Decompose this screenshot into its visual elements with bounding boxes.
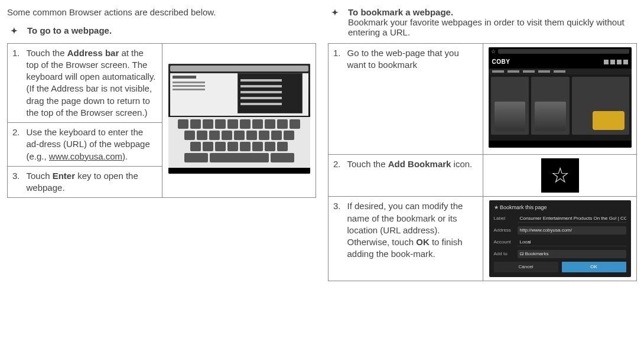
table-row: 1. Touch the Address bar at the top of t… xyxy=(8,43,316,123)
dialog-addto-value: Bookmarks xyxy=(518,250,626,258)
table-row: 3. If desired, you can modify the name o… xyxy=(328,197,637,281)
dialog-address-label: Address xyxy=(494,227,514,234)
intro-text: Some common Browser actions are describe… xyxy=(7,7,316,17)
dialog-label-value: Consumer Entertainment Products On the G… xyxy=(518,214,626,223)
step-number: 3. xyxy=(8,166,27,198)
right-subtext: Bookmark your favorite webpages in order… xyxy=(348,17,637,37)
step-number: 3. xyxy=(328,197,347,281)
right-screenshot-1-cell: ☆ COBY xyxy=(483,44,637,155)
dialog-address-value: http://www.cobyusa.com/ xyxy=(518,226,626,235)
step-text: Use the keyboard to enter the ad-dress (… xyxy=(27,123,162,167)
step-text: Touch Enter key to open the webpage. xyxy=(27,166,162,198)
coby-logo: COBY xyxy=(492,58,510,66)
coby-webpage-screenshot: ☆ COBY xyxy=(489,47,632,148)
dialog-label-label: Label xyxy=(494,216,514,222)
right-screenshot-2-cell: ☆ xyxy=(483,155,637,197)
left-column: Some common Browser actions are describe… xyxy=(7,7,316,281)
right-steps-table: 1. Go to the web-page that you want to b… xyxy=(328,43,637,281)
table-row: 2. Touch the Add Bookmark icon. ☆ xyxy=(328,155,637,197)
star-icon: ☆ xyxy=(491,48,496,55)
cross-icon: ✦ xyxy=(11,25,18,37)
left-screenshot-cell xyxy=(162,43,316,198)
dialog-cancel-button: Cancel xyxy=(494,262,558,272)
dialog-addto-label: Add to xyxy=(494,251,514,258)
table-row: 1. Go to the web-page that you want to b… xyxy=(328,44,637,155)
dialog-ok-button: OK xyxy=(562,262,626,272)
dialog-account-label: Account xyxy=(494,239,514,246)
browser-keyboard-screenshot xyxy=(168,64,310,174)
step-number: 2. xyxy=(328,155,347,197)
step-text: Go to the web-page that you want to book… xyxy=(347,44,483,155)
step-number: 1. xyxy=(8,43,27,123)
right-heading-text: To bookmark a webpage xyxy=(348,7,451,17)
right-screenshot-3-cell: Bookmark this page Label Consumer Entert… xyxy=(483,197,637,281)
left-section-heading: ✦ To go to a webpage. xyxy=(11,25,316,37)
left-heading-text: To go to a webpage. xyxy=(27,25,112,35)
dialog-title: Bookmark this page xyxy=(494,204,626,211)
right-section-heading: ✦ To bookmark a webpage. Bookmark your f… xyxy=(331,7,637,37)
left-steps-table: 1. Touch the Address bar at the top of t… xyxy=(7,43,316,198)
two-column-layout: Some common Browser actions are describe… xyxy=(7,7,637,281)
step-text: Touch the Address bar at the top of the … xyxy=(27,43,162,123)
right-column: ✦ To bookmark a webpage. Bookmark your f… xyxy=(328,7,637,281)
step-number: 1. xyxy=(328,44,347,155)
step-text: If desired, you can modify the name of t… xyxy=(347,197,483,281)
cross-icon: ✦ xyxy=(331,7,339,19)
dialog-account-value: Local xyxy=(518,238,626,246)
add-bookmark-star-icon: ☆ xyxy=(541,158,579,193)
bookmark-dialog-screenshot: Bookmark this page Label Consumer Entert… xyxy=(489,200,631,277)
step-number: 2. xyxy=(8,123,27,167)
step-text: Touch the Add Bookmark icon. xyxy=(347,155,483,197)
